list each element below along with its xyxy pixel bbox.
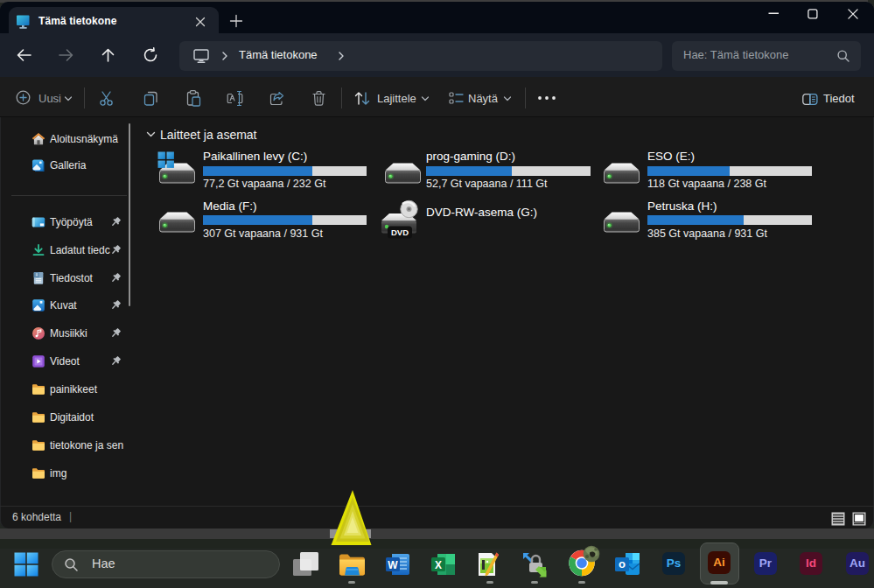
svg-text:X: X	[435, 559, 442, 571]
svg-text:o: o	[619, 557, 626, 570]
svg-text:DVD: DVD	[391, 228, 409, 237]
svg-text:W: W	[388, 559, 398, 571]
